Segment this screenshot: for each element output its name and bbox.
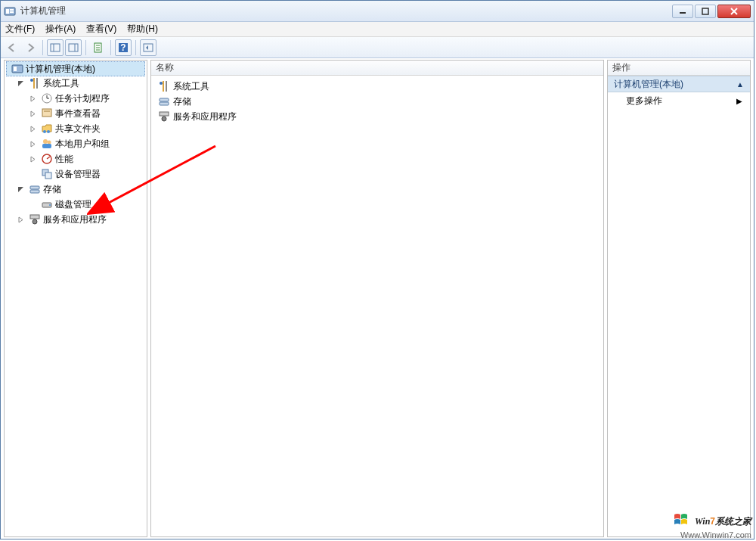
tree-system-tools-label: 系统工具 [43, 77, 79, 90]
toolbar-separator [135, 40, 136, 55]
expand-icon[interactable] [29, 125, 37, 133]
actions-header: 操作 [608, 61, 750, 76]
toolbar-separator [110, 40, 111, 55]
svg-text:?: ? [120, 42, 125, 53]
properties-button[interactable] [90, 39, 107, 56]
minimize-button[interactable] [672, 5, 693, 18]
tree-device-manager[interactable]: 设备管理器 [5, 166, 147, 182]
svg-point-50 [162, 117, 166, 121]
show-hide-action-button[interactable] [65, 39, 82, 56]
svg-rect-39 [30, 190, 39, 193]
storage-icon [29, 183, 41, 195]
tree-disk-management[interactable]: 磁盘管理 [5, 197, 147, 212]
computer-management-icon [11, 63, 23, 75]
svg-rect-48 [160, 102, 169, 105]
shared-folder-icon [41, 123, 53, 135]
tree-task-scheduler[interactable]: 任务计划程序 [5, 91, 147, 106]
actions-panel: 操作 计算机管理(本地) ▲ 更多操作 ▶ [607, 60, 751, 537]
tree-event-viewer-label: 事件查看器 [55, 107, 101, 120]
tree-root-label: 计算机管理(本地) [26, 63, 95, 76]
svg-point-29 [43, 130, 46, 133]
toolbar-separator [42, 40, 43, 55]
actions-more[interactable]: 更多操作 ▶ [608, 92, 750, 109]
tree-performance-label: 性能 [55, 153, 73, 166]
svg-rect-3 [10, 11, 14, 13]
tree-event-viewer[interactable]: 事件查看器 [5, 106, 147, 121]
menu-view[interactable]: 查看(V) [86, 23, 116, 36]
svg-rect-49 [160, 112, 169, 116]
tree-local-users-groups[interactable]: 本地用户和组 [5, 136, 147, 151]
menu-help[interactable]: 帮助(H) [127, 23, 158, 36]
svg-rect-42 [30, 215, 39, 219]
tree-device-manager-label: 设备管理器 [55, 168, 101, 181]
show-hide-tree-button[interactable] [47, 39, 64, 56]
svg-rect-22 [36, 78, 38, 89]
svg-point-32 [48, 141, 51, 145]
expand-icon[interactable] [29, 95, 37, 103]
list-item-system-tools[interactable]: 系统工具 [151, 79, 603, 94]
svg-rect-10 [69, 44, 78, 51]
tree-root[interactable]: 计算机管理(本地) [6, 61, 145, 76]
list-item-services-apps[interactable]: 服务和应用程序 [151, 109, 603, 124]
svg-rect-5 [702, 8, 708, 14]
svg-point-30 [47, 130, 50, 133]
svg-rect-21 [33, 78, 35, 89]
close-button[interactable] [717, 5, 751, 18]
svg-rect-37 [45, 173, 51, 179]
svg-point-46 [160, 82, 163, 85]
menu-action[interactable]: 操作(A) [45, 23, 76, 36]
window-titlebar: 计算机管理 [1, 1, 754, 22]
users-icon [41, 138, 53, 150]
menu-bar: 文件(F) 操作(A) 查看(V) 帮助(H) [1, 22, 754, 37]
performance-icon [41, 153, 53, 165]
maximize-button[interactable] [695, 5, 716, 18]
refresh-button[interactable] [140, 39, 156, 56]
collapse-arrow-icon: ▲ [736, 80, 744, 89]
storage-icon [158, 95, 170, 107]
tree-storage[interactable]: 存储 [5, 182, 147, 197]
svg-point-43 [33, 219, 37, 224]
tree-shared-folders-label: 共享文件夹 [55, 123, 101, 135]
svg-rect-27 [42, 109, 51, 117]
expand-icon[interactable] [29, 155, 37, 163]
clock-icon [41, 92, 53, 104]
svg-rect-45 [166, 81, 167, 92]
toolbar: ? [1, 37, 754, 58]
tree-performance[interactable]: 性能 [5, 151, 147, 166]
svg-rect-8 [51, 44, 60, 51]
window-title: 计算机管理 [20, 5, 672, 17]
back-button[interactable] [4, 39, 20, 56]
list-item-storage[interactable]: 存储 [151, 94, 603, 109]
tree-services-apps-label: 服务和应用程序 [43, 213, 107, 226]
tree-shared-folders[interactable]: 共享文件夹 [5, 121, 147, 136]
collapse-icon[interactable] [17, 79, 25, 88]
svg-rect-1 [6, 9, 9, 14]
tree-services-apps[interactable]: 服务和应用程序 [5, 212, 147, 227]
list-column-header[interactable]: 名称 [151, 61, 603, 76]
event-viewer-icon [41, 107, 53, 120]
app-icon [4, 5, 16, 17]
expand-icon[interactable] [29, 140, 37, 148]
tree-storage-label: 存储 [43, 183, 61, 196]
device-manager-icon [41, 168, 53, 180]
actions-group-title[interactable]: 计算机管理(本地) ▲ [608, 76, 750, 92]
system-tools-icon [29, 77, 41, 89]
tree-system-tools[interactable]: 系统工具 [5, 76, 147, 91]
help-button[interactable]: ? [115, 39, 132, 56]
expand-icon[interactable] [17, 216, 25, 224]
svg-rect-47 [160, 98, 169, 101]
menu-file[interactable]: 文件(F) [5, 23, 35, 36]
svg-rect-20 [14, 67, 17, 71]
disk-management-icon [41, 198, 53, 210]
expand-icon[interactable] [29, 110, 37, 118]
forward-button[interactable] [22, 39, 39, 56]
services-apps-icon [29, 213, 41, 225]
tree-disk-management-label: 磁盘管理 [55, 198, 91, 211]
toolbar-separator [85, 40, 86, 55]
submenu-arrow-icon: ▶ [736, 97, 742, 105]
svg-rect-33 [42, 144, 51, 148]
collapse-icon[interactable] [17, 185, 25, 194]
svg-rect-38 [30, 186, 39, 189]
svg-point-31 [43, 139, 48, 144]
tree-local-users-groups-label: 本地用户和组 [55, 138, 110, 151]
